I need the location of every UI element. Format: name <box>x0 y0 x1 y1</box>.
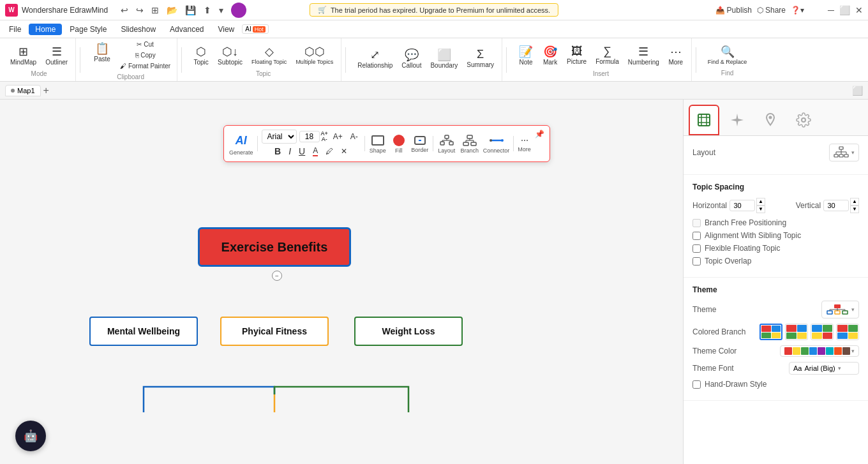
menu-home[interactable]: Home <box>29 24 62 35</box>
find-buttons: 🔍 Find & Replace <box>704 43 751 67</box>
undo-button[interactable]: ↩ <box>118 4 131 17</box>
tab-add-button[interactable]: + <box>43 85 49 96</box>
theme-dropdown[interactable]: ▾ <box>821 301 859 318</box>
more-insert-button[interactable]: ⋯ More <box>664 43 687 68</box>
font-size-input[interactable] <box>299 131 320 142</box>
picture-button[interactable]: 🖼 Picture <box>563 43 590 68</box>
tab-expand-button[interactable]: ⬜ <box>852 86 863 96</box>
colored-branch-option-4[interactable] <box>836 324 859 340</box>
colored-branch-option-3[interactable] <box>811 324 834 340</box>
redo-button[interactable]: ↪ <box>133 4 146 17</box>
publish-button[interactable]: 📤 Publish <box>715 6 752 15</box>
horizontal-down[interactable]: ▼ <box>756 206 765 213</box>
vertical-up[interactable]: ▲ <box>850 198 859 206</box>
panel-tab-location[interactable] <box>755 105 786 135</box>
find-replace-button[interactable]: 🔍 Find & Replace <box>704 43 751 67</box>
hand-drawn-checkbox[interactable] <box>692 380 701 389</box>
menu-slideshow[interactable]: Slideshow <box>114 24 162 35</box>
svg-rect-3 <box>449 142 453 145</box>
horizontal-input[interactable] <box>730 200 755 211</box>
subtopic-button[interactable]: ⬡↓ Subtopic <box>214 43 246 68</box>
collapse-button[interactable]: − <box>272 271 282 281</box>
outliner-button[interactable]: ☰ Outliner <box>41 43 71 68</box>
boundary-button[interactable]: ⬜ Boundary <box>426 46 461 71</box>
copy-button[interactable]: ⎘ Copy <box>117 50 173 60</box>
panel-tab-map[interactable] <box>689 105 719 135</box>
more-menu-button[interactable]: ▾ <box>216 4 226 17</box>
numbering-button[interactable]: ☰ Numbering <box>624 43 663 68</box>
tab-map1[interactable]: Map1 <box>5 85 41 96</box>
vertical-input[interactable] <box>823 200 849 211</box>
ai-generate-button[interactable]: AI <box>232 132 251 149</box>
layout-dropdown[interactable]: ▾ <box>829 144 859 161</box>
font-size-down-button[interactable]: A- <box>321 137 328 142</box>
branch-free-label: Branch Free Positioning <box>705 218 786 227</box>
note-button[interactable]: 📝 Note <box>514 43 537 68</box>
panel-tab-settings[interactable] <box>788 105 819 135</box>
mark-button[interactable]: 🎯 Mark <box>539 43 562 68</box>
floating-toolbar-pin[interactable]: 📌 <box>535 130 544 138</box>
font-size-increase-button[interactable]: A+ <box>331 131 345 142</box>
summary-button[interactable]: Σ Summary <box>463 46 498 71</box>
horizontal-up[interactable]: ▲ <box>756 198 765 206</box>
callout-button[interactable]: 💬 Callout <box>398 46 425 71</box>
clear-format-button[interactable]: ✕ <box>338 146 350 157</box>
save-button[interactable]: 💾 <box>183 4 198 17</box>
underline-button[interactable]: U <box>296 145 308 158</box>
menu-advanced[interactable]: Advanced <box>163 24 210 35</box>
colored-branch-option-2[interactable] <box>785 324 808 340</box>
maximize-button[interactable]: ⬜ <box>839 5 850 15</box>
minimize-button[interactable]: ─ <box>828 5 834 15</box>
font-size-decrease-button[interactable]: A- <box>348 131 361 142</box>
panel-tab-ai[interactable] <box>722 105 752 135</box>
ai-menu-item[interactable]: AI Hot <box>242 24 268 34</box>
help-button[interactable]: ❓▾ <box>791 6 804 15</box>
branch-node-physical[interactable]: Phyical Fitness <box>220 317 329 346</box>
menu-file[interactable]: File <box>3 24 27 35</box>
export-button[interactable]: ⬆ <box>201 4 214 17</box>
ai-assistant-button[interactable]: 🤖 <box>15 421 46 451</box>
layout-button[interactable] <box>437 133 456 147</box>
relationship-button[interactable]: ⤢ Relationship <box>354 46 396 71</box>
settings-icon <box>796 112 811 128</box>
bold-button[interactable]: B <box>272 145 283 158</box>
border-button[interactable] <box>411 134 429 147</box>
menu-view[interactable]: View <box>211 24 241 35</box>
user-avatar[interactable] <box>231 3 246 18</box>
menu-page-style[interactable]: Page Style <box>63 24 113 35</box>
font-select[interactable]: Arial <box>262 130 297 144</box>
flexible-checkbox[interactable] <box>692 244 701 253</box>
cut-button[interactable]: ✂ Cut <box>117 40 173 49</box>
more-options-button[interactable]: ⋯ <box>518 135 531 146</box>
open-file-button[interactable]: 📂 <box>164 4 180 17</box>
floating-topic-button[interactable]: ◇ Floating Topic <box>248 43 290 68</box>
shape-button[interactable] <box>369 134 387 147</box>
format-painter-button[interactable]: 🖌 Format Painter <box>117 61 173 71</box>
font-color-button[interactable]: A <box>310 145 320 158</box>
trial-banner[interactable]: 🛒 The trial period has expired. Upgrade … <box>310 3 558 17</box>
multiple-topics-button[interactable]: ⬡⬡ Multiple Topics <box>292 43 337 68</box>
italic-button[interactable]: I <box>286 145 294 158</box>
theme-color-dropdown[interactable]: ▾ <box>780 345 859 357</box>
close-button[interactable]: ✕ <box>855 5 863 15</box>
overlap-checkbox[interactable] <box>692 257 701 266</box>
mindmap-button[interactable]: ⊞ MindMap <box>6 43 40 68</box>
colored-branch-option-1[interactable] <box>760 324 782 340</box>
summary-icon: Σ <box>477 48 484 61</box>
branch-node-mental[interactable]: Mental Wellbeing <box>89 317 198 346</box>
branch-button[interactable] <box>460 133 479 147</box>
center-node[interactable]: Exercise Benefits <box>198 227 351 267</box>
formula-button[interactable]: ∑ Formula <box>592 43 623 68</box>
branch-node-weight[interactable]: Weight Loss <box>354 317 463 346</box>
paste-button[interactable]: 📋 Paste <box>88 40 116 71</box>
canvas[interactable]: AI Generate Arial A+ A- <box>0 100 683 464</box>
alignment-checkbox[interactable] <box>692 232 701 240</box>
theme-font-dropdown[interactable]: Aa Arial (Big) ▾ <box>789 362 859 375</box>
share-button[interactable]: ⬡ Share <box>757 6 786 15</box>
connector-button[interactable] <box>487 133 506 147</box>
topic-button[interactable]: ⬡ Topic <box>190 43 213 68</box>
new-file-button[interactable]: ⊞ <box>149 4 161 17</box>
vertical-down[interactable]: ▼ <box>850 206 859 213</box>
fill-button[interactable] <box>391 133 407 147</box>
highlight-button[interactable]: 🖊 <box>323 146 336 157</box>
